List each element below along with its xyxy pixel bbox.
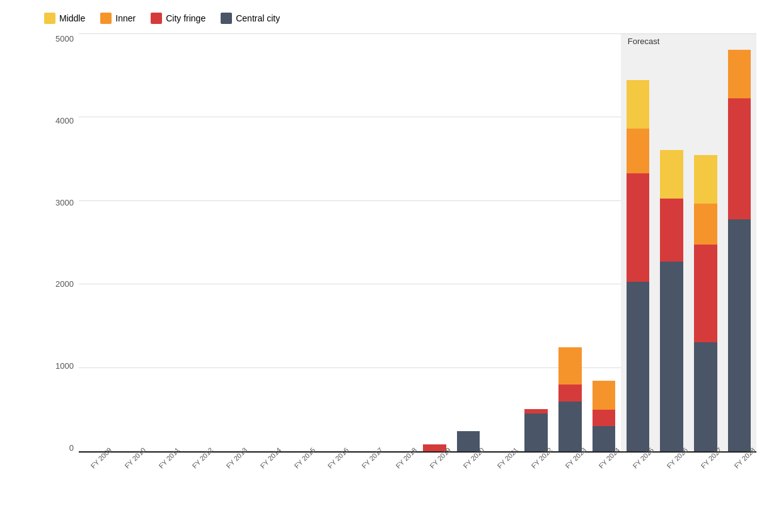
bar-segment-centralCity xyxy=(627,282,650,451)
bar-segment-inner xyxy=(593,381,616,410)
bar-segment-cityFringe xyxy=(593,410,616,426)
bar-segment-inner xyxy=(728,50,751,98)
y-axis-label: 2000 xyxy=(44,279,79,289)
bar-column xyxy=(180,34,214,451)
bar-stack xyxy=(593,380,616,451)
bar-segment-centralCity xyxy=(660,262,683,451)
legend-item-middle: Middle xyxy=(44,13,85,24)
legend-item-central-city: Central city xyxy=(221,13,280,24)
chart-area: 010002000300040005000 Forecast FY 2009FY… xyxy=(44,34,756,471)
bar-column xyxy=(316,34,350,451)
bar-stack xyxy=(627,80,650,451)
bar-stack xyxy=(660,150,683,451)
bar-column xyxy=(689,34,723,451)
bar-column xyxy=(418,34,452,451)
plot-area: Forecast xyxy=(79,34,756,453)
bar-column xyxy=(384,34,418,451)
y-axis: 010002000300040005000 xyxy=(44,34,79,453)
legend-label-inner: Inner xyxy=(115,13,136,23)
bar-column xyxy=(79,34,113,451)
bar-segment-middle xyxy=(627,80,650,129)
bar-column xyxy=(113,34,147,451)
bar-column xyxy=(214,34,248,451)
bar-segment-inner xyxy=(558,347,582,385)
y-axis-label: 0 xyxy=(44,443,79,453)
legend-swatch-inner xyxy=(100,13,112,24)
x-labels: FY 2009FY 2010FY 2011FY 2012FY 2013FY 20… xyxy=(79,453,756,471)
bar-column xyxy=(519,34,553,451)
bar-segment-middle xyxy=(660,150,683,199)
bar-column xyxy=(485,34,519,451)
y-axis-label: 4000 xyxy=(44,116,79,125)
legend: MiddleInnerCity fringeCentral city xyxy=(44,13,756,24)
bar-column xyxy=(655,34,689,451)
bar-segment-inner xyxy=(627,129,650,173)
bar-segment-cityFringe xyxy=(660,199,683,262)
bar-segment-cityFringe xyxy=(558,385,582,401)
bar-column xyxy=(451,34,485,451)
y-axis-label: 3000 xyxy=(44,198,79,207)
legend-item-city-fringe: City fringe xyxy=(151,13,205,24)
bar-stack xyxy=(728,50,751,451)
legend-swatch-middle xyxy=(44,13,55,24)
bar-column xyxy=(350,34,384,451)
legend-item-inner: Inner xyxy=(100,13,136,24)
bar-segment-middle xyxy=(694,155,717,204)
bar-column xyxy=(587,34,621,451)
chart-container: MiddleInnerCity fringeCentral city 01000… xyxy=(0,0,769,532)
bar-segment-centralCity xyxy=(728,219,751,451)
legend-label-city-fringe: City fringe xyxy=(166,13,205,23)
y-axis-label: 5000 xyxy=(44,34,79,43)
bar-segment-cityFringe xyxy=(627,173,650,282)
bar-segment-cityFringe xyxy=(728,98,751,219)
bar-segment-centralCity xyxy=(694,342,717,451)
bar-segment-cityFringe xyxy=(524,409,548,414)
bar-segment-cityFringe xyxy=(694,245,717,342)
legend-swatch-central-city xyxy=(221,13,232,24)
bar-column xyxy=(621,34,655,451)
bar-column xyxy=(553,34,587,451)
legend-swatch-city-fringe xyxy=(151,13,162,24)
bar-column xyxy=(147,34,181,451)
bar-column xyxy=(248,34,282,451)
bars-group xyxy=(79,34,756,451)
bar-stack xyxy=(558,347,582,452)
bar-column xyxy=(722,34,756,451)
bar-column xyxy=(282,34,316,451)
y-axis-label: 1000 xyxy=(44,361,79,371)
bar-segment-inner xyxy=(694,204,717,245)
legend-label-middle: Middle xyxy=(59,13,85,23)
bar-stack xyxy=(694,155,717,451)
legend-label-central-city: Central city xyxy=(236,13,280,23)
